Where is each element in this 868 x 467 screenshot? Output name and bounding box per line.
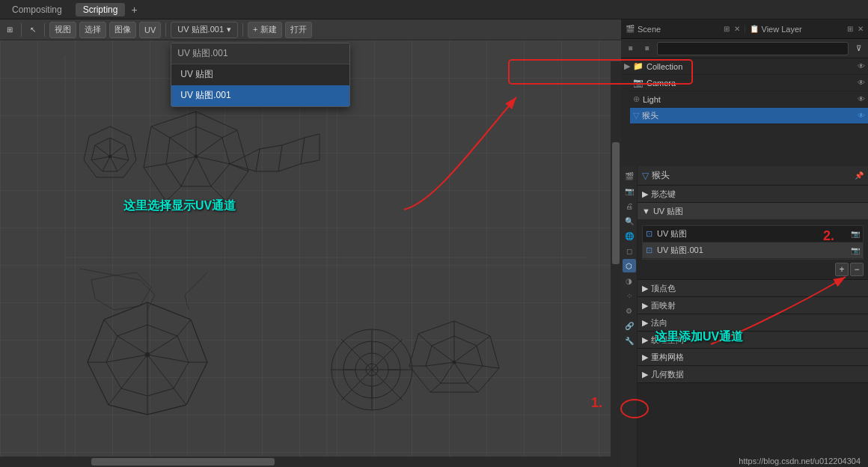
remesh-header[interactable]: ▶ 重构网格 [638,349,868,365]
uv-scrollbar-horizontal-thumb[interactable] [91,458,275,466]
prop-section-shape-keys: ▶ 形态键 [638,186,868,203]
tab-add-button[interactable]: + [131,4,137,16]
close-btn[interactable]: ✕ [734,25,740,33]
toolbar-sep-1 [21,23,22,37]
pin-icon[interactable]: 📌 [855,171,864,180]
svg-line-10 [181,156,196,186]
svg-line-93 [185,295,189,310]
vertex-colors-header[interactable]: ▶ 顶点色 [638,280,868,296]
section-arrow-icon: ▶ [642,189,648,199]
mode-icon[interactable]: ⊞ [3,23,16,37]
window-icon: ⊞ [724,25,730,33]
outliner-item-camera[interactable]: 📷 Camera 👁 [630,75,868,91]
svg-line-54 [174,388,186,405]
right-top-bar: 🎬 Scene ⊞ ✕ 📋 View Layer ⊞ ✕ [621,19,868,39]
right-panel: 🎬 Scene ⊞ ✕ 📋 View Layer ⊞ ✕ ≡ ≡ ⊽ [621,19,868,467]
prop-tab-view[interactable]: 🔍 [623,214,636,228]
section-label: 形态键 [651,189,676,200]
uv-map-selector-label: UV 贴图.001 [177,24,224,35]
image-menu[interactable]: 图像 [109,22,136,38]
dropdown-item-uv001[interactable]: UV 贴图.001 [171,85,349,106]
shape-keys-header[interactable]: ▶ 形态键 [638,186,868,202]
view-menu[interactable]: 视图 [49,22,76,38]
uv-scrollbar-vertical-thumb[interactable] [612,142,620,264]
rm-arrow-icon: ▶ [642,352,648,362]
fm-arrow-icon: ▶ [642,301,648,311]
svg-line-65 [88,320,104,362]
top-bar: Compositing Scripting + [0,0,868,19]
prop-tab-scene[interactable]: 🎬 [623,169,636,183]
dropdown-item-uv[interactable]: UV 贴图 [171,64,349,85]
vl-window-icon: ⊞ [847,25,853,33]
prop-tab-physics[interactable]: ⚙ [623,304,636,317]
uv-map-add-btn[interactable]: + [835,263,849,276]
prop-tab-mesh-data[interactable]: ⬡ [623,259,636,272]
tab-scripting[interactable]: Scripting [76,3,126,16]
svg-line-45 [147,355,189,362]
svg-line-91 [147,295,155,310]
svg-line-22 [301,138,305,164]
outliner-funnel-icon[interactable]: ⊽ [852,42,865,55]
prop-tab-material[interactable]: ◑ [623,274,636,287]
prop-tab-particles[interactable]: ⁘ [623,289,636,302]
ts-label: 纹理空间 [651,335,684,346]
svg-line-20 [256,149,260,171]
uv-map-item-1[interactable]: ⊡ UV 贴图 📷 [643,226,863,242]
svg-line-63 [109,405,147,415]
prop-section-remesh: ▶ 重构网格 [638,349,868,366]
outliner-mode-icon[interactable]: ≡ [624,42,638,55]
svg-line-89 [80,269,140,280]
uv-item-1-camera-icon[interactable]: 📷 [851,230,860,238]
geom-data-header[interactable]: ▶ 几何数据 [638,366,868,382]
outliner-item-collection[interactable]: ▶ 📁 Collection 👁 [621,58,868,75]
prop-tab-modifiers[interactable]: 🔧 [623,334,636,347]
new-btn[interactable]: + 新建 [248,22,281,38]
uv-map-selector-btn[interactable]: UV 贴图.001 ▾ [171,22,238,38]
select-menu[interactable]: 选择 [79,22,106,38]
prop-tab-constraints[interactable]: 🔗 [623,319,636,332]
normals-arrow-icon: ▶ [642,318,648,328]
uv-menu[interactable]: UV [139,22,161,38]
outliner-filter-icon[interactable]: ≡ [641,42,654,55]
prop-tab-output[interactable]: 🖨 [623,199,636,213]
svg-line-48 [121,355,147,388]
uv-map-remove-btn[interactable]: − [850,263,864,276]
svg-line-17 [166,186,181,201]
uv-item-2-camera-icon[interactable]: 📷 [851,246,860,254]
svg-line-59 [147,302,191,320]
svg-line-76 [95,145,110,156]
light-label: Light [643,95,661,104]
outliner-item-light[interactable]: ⊕ Light 👁 [630,91,868,108]
svg-line-21 [278,145,282,171]
svg-line-64 [88,362,109,405]
prop-tab-render[interactable]: 📷 [623,184,636,198]
normals-header[interactable]: ▶ 法向 [638,314,868,331]
uv-maps-header[interactable]: ▼ UV 贴图 [638,203,868,219]
texture-space-header[interactable]: ▶ 纹理空间 [638,332,868,348]
svg-line-27 [454,346,477,362]
cursor-icon[interactable]: ↖ [26,23,40,37]
outliner-search-input[interactable] [657,42,849,55]
uv-section-label: UV 贴图 [653,206,683,217]
prop-section-vertex-colors: ▶ 顶点色 [638,280,868,297]
properties-sidebar: 🎬 📷 🖨 🔍 🌐 ◻ ⬡ ◑ ⁘ ⚙ 🔗 🔧 [621,166,638,467]
open-btn[interactable]: 打开 [285,22,312,38]
svg-line-92 [185,272,207,295]
vl-close-btn[interactable]: ✕ [858,25,864,33]
uv-map-item-2[interactable]: ⊡ UV 贴图.001 📷 [643,242,863,259]
prop-tab-object[interactable]: ◻ [623,244,636,257]
uv-item-2-label: UV 贴图.001 [657,245,703,256]
toolbar-sep-4 [242,23,243,37]
svg-line-73 [110,156,117,171]
prop-section-face-maps: ▶ 面映射 [638,297,868,314]
face-maps-header[interactable]: ▶ 面映射 [638,297,868,314]
collection-vis-icon: 👁 [858,62,865,70]
tab-compositing[interactable]: Compositing [4,3,70,16]
collection-label: Collection [647,62,682,71]
uv-map-list: ⊡ UV 贴图 📷 ⊡ UV 贴图.001 📷 [642,225,864,260]
prop-tab-world[interactable]: 🌐 [623,229,636,242]
outliner-item-monkey[interactable]: ▽ 猴头 👁 [630,108,868,124]
uv-scrollbar-horizontal[interactable] [0,457,611,467]
svg-line-61 [186,362,207,405]
uv-scrollbar-vertical[interactable] [611,61,621,467]
